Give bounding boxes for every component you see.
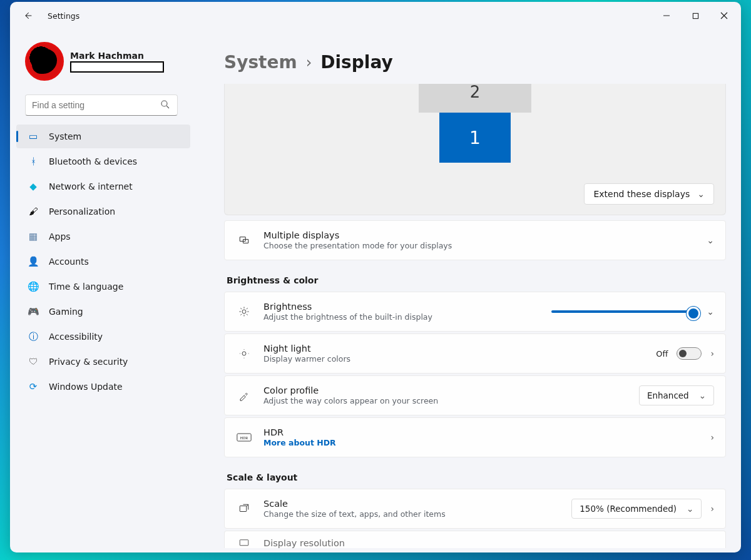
- chevron-down-icon: ⌄: [707, 307, 714, 317]
- display-arrangement-area[interactable]: 2 1 Extend these displays ⌄: [224, 84, 726, 215]
- back-button[interactable]: [15, 3, 40, 28]
- nav-list: ▭ System ᚼ Bluetooth & devices ◆ Network…: [10, 125, 190, 399]
- sidebar-item-label: Windows Update: [49, 382, 123, 392]
- svg-rect-1: [693, 13, 698, 18]
- sidebar-item-label: Personalization: [49, 206, 115, 216]
- chevron-down-icon: ⌄: [707, 235, 714, 245]
- section-brightness-color: Brightness & color: [227, 275, 726, 285]
- card-title: Display resolution: [263, 538, 714, 548]
- eyedropper-icon: [236, 390, 252, 401]
- monitor-2[interactable]: 2: [419, 84, 531, 113]
- search-box[interactable]: [25, 94, 178, 116]
- svg-point-17: [242, 352, 246, 355]
- card-subtitle: Adjust the way colors appear on your scr…: [263, 396, 639, 405]
- sidebar-item-personalization[interactable]: 🖌 Personalization: [16, 200, 190, 223]
- card-subtitle: Choose the presentation mode for your di…: [263, 241, 707, 250]
- sidebar-item-label: System: [49, 131, 81, 141]
- brightness-slider[interactable]: [551, 310, 695, 313]
- scale-row[interactable]: Scale Change the size of text, apps, and…: [224, 489, 726, 529]
- card-subtitle: Change the size of text, apps, and other…: [263, 509, 571, 519]
- sidebar-item-label: Gaming: [49, 307, 83, 317]
- scale-dropdown[interactable]: 150% (Recommended) ⌄: [571, 499, 702, 519]
- bluetooth-icon: ᚼ: [28, 156, 39, 167]
- app-title: Settings: [48, 11, 79, 21]
- resolution-icon: [236, 537, 252, 549]
- sidebar-item-label: Privacy & security: [49, 357, 128, 367]
- svg-text:HDR: HDR: [240, 436, 248, 440]
- sidebar: Mark Hachman ▭ System ᚼ Bluetooth & devi…: [10, 29, 197, 552]
- search-input[interactable]: [32, 100, 160, 110]
- sidebar-item-network[interactable]: ◆ Network & internet: [16, 175, 190, 198]
- profile-name: Mark Hachman: [70, 51, 164, 61]
- card-title: HDR: [263, 427, 710, 437]
- chevron-down-icon: ⌄: [697, 189, 705, 199]
- svg-line-15: [240, 314, 242, 315]
- close-button[interactable]: [710, 6, 738, 26]
- section-scale-layout: Scale & layout: [227, 472, 726, 482]
- multiple-displays-row[interactable]: Multiple displays Choose the presentatio…: [224, 220, 726, 260]
- minimize-button[interactable]: [652, 6, 681, 26]
- card-subtitle: Adjust the brightness of the built-in di…: [263, 312, 551, 322]
- multiple-displays-icon: [236, 235, 252, 246]
- breadcrumb: System › Display: [224, 29, 728, 84]
- arrow-left-icon: [22, 10, 33, 21]
- svg-rect-20: [240, 506, 247, 512]
- update-icon: ⟳: [28, 381, 39, 392]
- svg-point-4: [161, 101, 167, 106]
- maximize-icon: [692, 13, 699, 19]
- chevron-down-icon: ⌄: [687, 504, 693, 514]
- scale-icon: [236, 503, 252, 514]
- night-light-state-label: Off: [656, 349, 668, 359]
- card-title: Multiple displays: [263, 230, 707, 240]
- sidebar-item-label: Bluetooth & devices: [49, 156, 137, 166]
- apps-icon: ▦: [28, 231, 39, 242]
- profile-block[interactable]: Mark Hachman: [10, 29, 190, 89]
- sidebar-item-label: Time & language: [49, 282, 123, 292]
- sidebar-item-gaming[interactable]: 🎮 Gaming: [16, 300, 190, 323]
- titlebar: Settings: [10, 2, 741, 29]
- monitor-1[interactable]: 1: [439, 113, 511, 163]
- sidebar-item-label: Apps: [49, 232, 71, 242]
- night-light-toggle[interactable]: [677, 347, 702, 360]
- color-profile-dropdown[interactable]: Enhanced ⌄: [639, 385, 714, 405]
- chevron-right-icon: ›: [710, 504, 714, 514]
- sidebar-item-label: Network & internet: [49, 181, 133, 191]
- sidebar-item-apps[interactable]: ▦ Apps: [16, 225, 190, 248]
- wifi-icon: ◆: [28, 181, 39, 192]
- hdr-row[interactable]: HDR HDR More about HDR ›: [224, 417, 726, 457]
- display-mode-label: Extend these displays: [593, 189, 690, 199]
- night-light-row[interactable]: Night light Display warmer colors Off ›: [224, 333, 726, 374]
- card-subtitle: Display warmer colors: [263, 354, 656, 364]
- card-title: Color profile: [263, 385, 639, 395]
- color-profile-row[interactable]: Color profile Adjust the way colors appe…: [224, 375, 726, 415]
- svg-line-16: [247, 308, 248, 309]
- sidebar-item-accessibility[interactable]: ⓘ Accessibility: [16, 325, 190, 349]
- avatar: [25, 42, 64, 81]
- brightness-row[interactable]: Brightness Adjust the brightness of the …: [224, 292, 726, 332]
- sidebar-item-label: Accessibility: [49, 332, 103, 342]
- display-resolution-row[interactable]: Display resolution: [224, 531, 726, 548]
- svg-line-13: [240, 308, 242, 309]
- breadcrumb-current: Display: [320, 52, 392, 73]
- minimize-icon: [663, 12, 670, 19]
- sidebar-item-bluetooth[interactable]: ᚼ Bluetooth & devices: [16, 150, 190, 173]
- globe-icon: 🌐: [28, 281, 39, 292]
- sidebar-item-privacy[interactable]: 🛡 Privacy & security: [16, 350, 190, 374]
- svg-line-5: [166, 106, 169, 108]
- monitor-icon: ▭: [28, 131, 39, 142]
- profile-email-redacted: [70, 61, 164, 73]
- chevron-right-icon: ›: [710, 432, 714, 442]
- display-mode-dropdown[interactable]: Extend these displays ⌄: [584, 183, 714, 205]
- sidebar-item-accounts[interactable]: 👤 Accounts: [16, 250, 190, 273]
- sidebar-item-time-language[interactable]: 🌐 Time & language: [16, 275, 190, 298]
- chevron-down-icon: ⌄: [699, 390, 706, 400]
- sidebar-item-system[interactable]: ▭ System: [16, 125, 190, 148]
- card-title: Brightness: [263, 302, 551, 312]
- hdr-more-link[interactable]: More about HDR: [263, 438, 710, 447]
- maximize-button[interactable]: [681, 6, 710, 26]
- controller-icon: 🎮: [28, 306, 39, 317]
- sidebar-item-windows-update[interactable]: ⟳ Windows Update: [16, 375, 190, 399]
- sidebar-item-label: Accounts: [49, 257, 89, 267]
- svg-point-8: [242, 310, 246, 313]
- breadcrumb-parent[interactable]: System: [224, 52, 297, 73]
